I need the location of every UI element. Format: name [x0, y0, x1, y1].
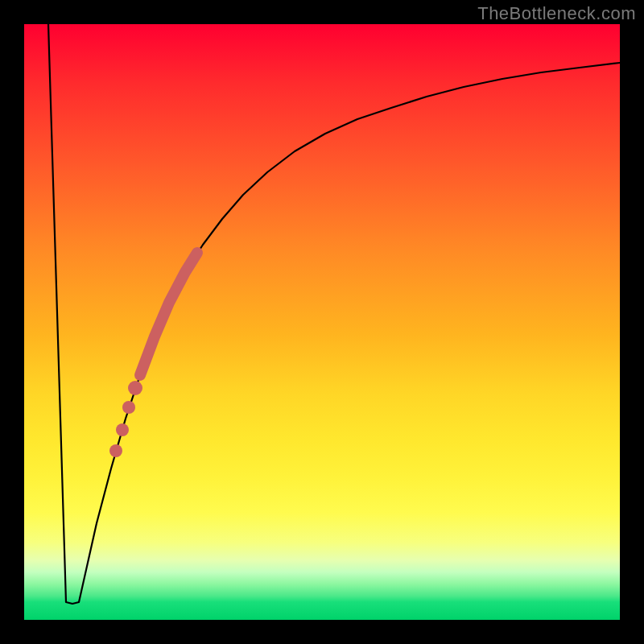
highlight-dot — [109, 444, 122, 457]
chart-frame: TheBottleneck.com — [0, 0, 644, 644]
watermark-text: TheBottleneck.com — [477, 3, 636, 24]
curve-layer — [24, 24, 620, 620]
bottleneck-curve — [48, 24, 620, 604]
plot-area — [24, 24, 620, 620]
highlight-dot — [122, 401, 135, 414]
highlight-dot — [128, 381, 142, 395]
highlight-segment — [140, 253, 197, 375]
highlight-dot — [116, 423, 129, 436]
